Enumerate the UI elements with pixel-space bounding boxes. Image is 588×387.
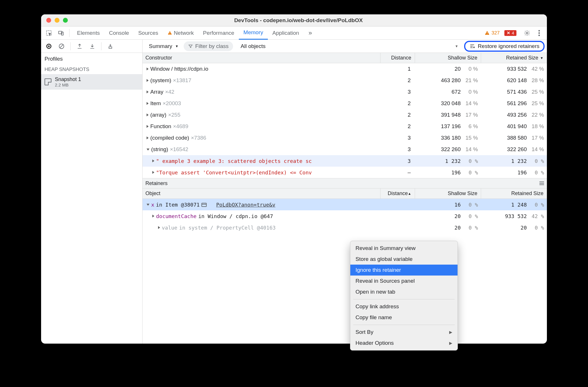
separator — [69, 29, 70, 37]
filter-placeholder: Filter by class — [195, 43, 228, 49]
col-distance-ret[interactable]: Distance▲ — [380, 188, 415, 199]
expand-icon[interactable] — [147, 113, 149, 116]
expand-icon[interactable] — [152, 171, 154, 174]
constructor-row[interactable]: Array ×4236720 %571 43625 % — [143, 86, 547, 98]
ctx-open-in-new-tab[interactable]: Open in new tab — [350, 286, 458, 297]
string-row[interactable]: " example 3 example 3: scattered objects… — [143, 155, 547, 167]
profiles-sidebar: Profiles HEAP SNAPSHOTS Snapshot 1 2.2 M… — [41, 53, 143, 344]
retainer-row[interactable]: documentCache in Window / cdpn.io @64720… — [143, 210, 547, 222]
ctx-store-as-global-variable[interactable]: Store as global variable — [350, 254, 458, 265]
context-menu: Reveal in Summary viewStore as global va… — [350, 241, 458, 351]
snapshot-icon — [45, 78, 51, 85]
retainers-header-row: Object Distance▲ Shallow Size Retained S… — [143, 188, 547, 199]
ctx-ignore-this-retainer[interactable]: Ignore this retainer — [350, 265, 458, 276]
constructor-header-row: Constructor Distance Shallow Size Retain… — [143, 53, 547, 63]
constructor-row[interactable]: Item ×200032320 04814 %561 29625 % — [143, 98, 547, 109]
clear-button[interactable] — [56, 41, 67, 52]
ctx-reveal-in-sources-panel[interactable]: Reveal in Sources panel — [350, 276, 458, 286]
errors-count: 4 — [512, 30, 514, 35]
ctx-copy-link-address[interactable]: Copy link address — [350, 301, 458, 312]
tab-network[interactable]: Network — [163, 26, 199, 40]
objects-filter-dropdown[interactable]: All objects — [238, 43, 268, 49]
col-distance[interactable]: Distance — [380, 53, 415, 63]
main-tabs: ElementsConsoleSourcesNetworkPerformance… — [41, 26, 547, 40]
more-tabs-button[interactable]: » — [305, 28, 316, 38]
col-object[interactable]: Object — [143, 190, 380, 197]
expand-icon[interactable] — [152, 215, 154, 217]
svg-line-12 — [60, 44, 64, 48]
expand-icon[interactable] — [147, 204, 149, 206]
expand-icon[interactable] — [147, 91, 149, 93]
col-constructor[interactable]: Constructor — [143, 55, 380, 61]
constructor-row[interactable]: Function ×46892137 1966 %401 94018 % — [143, 121, 547, 132]
record-button[interactable] — [43, 41, 54, 52]
col-retained[interactable]: Retained Size ▼ — [481, 53, 547, 63]
content-area: Constructor Distance Shallow Size Retain… — [143, 53, 547, 344]
ctx-copy-file-name[interactable]: Copy file name — [350, 312, 458, 323]
sort-desc-icon: ▼ — [540, 56, 543, 60]
heap-section-label: HEAP SNAPSHOTS — [41, 65, 142, 74]
svg-rect-13 — [109, 47, 112, 48]
settings-icon[interactable] — [522, 28, 533, 38]
col-shallow[interactable]: Shallow Size — [415, 53, 481, 63]
svg-rect-5 — [487, 32, 488, 34]
close-window-button[interactable] — [46, 18, 51, 23]
expand-icon[interactable] — [147, 79, 149, 82]
tab-sources[interactable]: Sources — [134, 26, 163, 40]
tab-elements[interactable]: Elements — [72, 26, 104, 40]
main-area: Profiles HEAP SNAPSHOTS Snapshot 1 2.2 M… — [41, 53, 547, 344]
export-icon[interactable] — [74, 41, 85, 52]
svg-rect-6 — [487, 34, 488, 34]
tab-performance[interactable]: Performance — [198, 26, 239, 40]
retainer-row[interactable]: x in Item @38071 PoLdbOX?anon=true&v160 … — [143, 199, 547, 210]
expand-icon[interactable] — [147, 102, 149, 105]
traffic-lights — [41, 18, 73, 23]
ctx-sort-by[interactable]: Sort By▶ — [350, 327, 458, 338]
filter-input[interactable]: Filter by class — [184, 41, 233, 51]
kebab-menu-icon[interactable] — [534, 28, 545, 38]
constructor-row[interactable]: (system) ×138172463 28021 %620 14828 % — [143, 75, 547, 86]
expand-icon[interactable] — [147, 136, 149, 139]
tab-memory[interactable]: Memory — [239, 26, 268, 40]
svg-rect-3 — [170, 32, 170, 33]
tab-console[interactable]: Console — [104, 26, 134, 40]
svg-point-9 — [539, 32, 540, 34]
maximize-window-button[interactable] — [63, 18, 68, 23]
import-icon[interactable] — [87, 41, 98, 52]
expand-icon[interactable] — [147, 149, 149, 151]
expand-icon[interactable] — [158, 226, 160, 229]
snapshot-size: 2.2 MB — [55, 82, 81, 87]
device-toggle-icon[interactable] — [55, 28, 66, 38]
restore-ignored-retainers-button[interactable]: Restore ignored retainers — [464, 41, 545, 52]
svg-point-10 — [539, 34, 540, 36]
col-retained-ret[interactable]: Retained Size — [481, 188, 547, 199]
constructor-row[interactable]: (compiled code) ×73863336 18015 %388 580… — [143, 132, 547, 144]
col-shallow-ret[interactable]: Shallow Size — [415, 188, 481, 199]
expand-icon[interactable] — [147, 68, 149, 70]
tab-application[interactable]: Application — [268, 26, 304, 40]
constructor-row[interactable]: (string) ×165423322 26014 %322 26014 % — [143, 144, 547, 155]
minimize-window-button[interactable] — [55, 18, 59, 23]
ctx-reveal-in-summary-view[interactable]: Reveal in Summary view — [350, 243, 458, 254]
constructor-row[interactable]: (array) ×2552391 94817 %493 25622 % — [143, 109, 547, 121]
titlebar: DevTools - codepen.io/web-dot-dev/live/P… — [41, 14, 547, 26]
errors-indicator[interactable]: ✕ 4 — [504, 30, 516, 36]
expand-icon[interactable] — [147, 125, 149, 128]
warnings-indicator[interactable]: 327 — [485, 30, 499, 36]
menu-separator — [353, 299, 455, 299]
collect-garbage-icon[interactable] — [105, 41, 116, 52]
retainers-menu-icon[interactable] — [539, 181, 544, 187]
view-mode-dropdown[interactable]: Summary ▼ — [146, 43, 181, 49]
inspect-element-icon[interactable] — [43, 28, 54, 38]
ctx-header-options[interactable]: Header Options▶ — [350, 338, 458, 349]
expand-icon[interactable] — [152, 159, 154, 162]
snapshot-item[interactable]: Snapshot 1 2.2 MB — [41, 74, 142, 90]
devtools-window: DevTools - codepen.io/web-dot-dev/live/P… — [41, 14, 547, 344]
svg-point-8 — [539, 30, 540, 31]
retainer-row[interactable]: value in system / PropertyCell @40163200… — [143, 222, 547, 233]
profiles-label: Profiles — [41, 53, 142, 65]
snapshot-name: Snapshot 1 — [55, 76, 81, 82]
constructor-row[interactable]: Window / https://cdpn.io1200 %933 53242 … — [143, 63, 547, 75]
svg-rect-4 — [170, 34, 170, 34]
string-row[interactable]: "Torque assert 'Convert<uintptr>(endInde… — [143, 167, 547, 178]
